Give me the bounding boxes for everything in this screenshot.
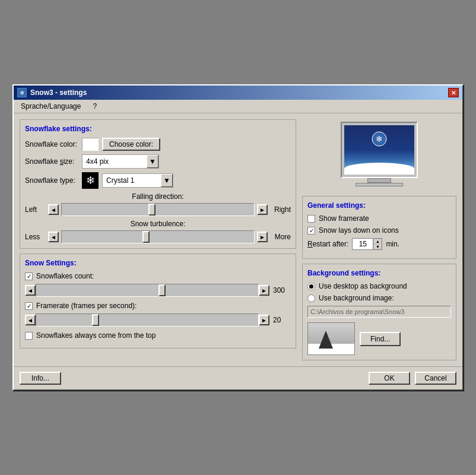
menu-help[interactable]: ? <box>90 101 99 112</box>
snowflakes-count-value: 300 <box>273 286 291 294</box>
framerate-row: Framerate (frames per second): <box>25 302 291 310</box>
bottom-bar: Info... OK Cancel <box>14 366 462 390</box>
spinbox-arrows: ▲ ▼ <box>373 238 382 250</box>
falling-right-label: Right <box>270 205 291 214</box>
framerate-slider-track[interactable] <box>36 314 259 327</box>
turbulence-less-label: Less <box>25 233 46 241</box>
monitor-frame: ❄ <box>341 122 418 178</box>
snow-lays-checkbox[interactable] <box>307 227 315 235</box>
main-content: Snowflake settings: Snowflake color: Cho… <box>14 113 462 366</box>
monitor-base <box>356 183 403 186</box>
falling-slider-thumb[interactable] <box>148 204 156 216</box>
use-desktop-row: Use desktop as background <box>307 282 451 290</box>
background-settings-title: Background settings: <box>307 269 451 277</box>
snowflake-color-row: Snowflake color: Choose color: <box>25 138 291 151</box>
window-icon: ❄ <box>17 88 27 97</box>
restart-label: Restart after: <box>307 240 348 248</box>
monitor-wrap: ❄ <box>341 122 418 186</box>
find-button[interactable]: Find... <box>360 332 401 346</box>
framerate-value: 20 <box>273 316 291 324</box>
bg-image-row: Find... <box>307 322 451 355</box>
falling-right-btn[interactable]: ► <box>257 204 268 215</box>
right-panel: ❄ General settings: Show framerate <box>302 119 456 360</box>
count-right-btn[interactable]: ► <box>259 285 269 296</box>
use-image-radio[interactable] <box>307 294 315 302</box>
path-input[interactable] <box>307 306 451 318</box>
turbulence-section: Snow turbulence: Less ◄ ► More <box>25 220 291 243</box>
snowflake-size-label: Snowflake size: <box>25 157 78 166</box>
snowflake-size-row: Snowflake size: 4x4 pix ▼ <box>25 154 291 169</box>
framerate-left-btn[interactable]: ◄ <box>25 315 36 325</box>
color-preview-box[interactable] <box>82 138 99 151</box>
bg-thumbnail <box>307 322 355 355</box>
tree-icon <box>319 331 333 349</box>
main-window: ❄ Snow3 - settings ✕ Sprache/Language ? … <box>12 84 464 391</box>
snowflakes-count-checkbox[interactable] <box>25 273 33 280</box>
choose-color-button[interactable]: Choose color: <box>102 138 160 151</box>
snowflake-type-row: Snowflake type: ❄ Crystal 1 ▼ <box>25 172 291 189</box>
count-slider-track[interactable] <box>36 284 259 297</box>
type-select-arrow[interactable]: ▼ <box>161 174 173 187</box>
use-image-row: Use background image: <box>307 294 451 302</box>
count-slider-thumb[interactable] <box>158 284 166 296</box>
info-button[interactable]: Info... <box>20 372 61 385</box>
spin-up-btn[interactable]: ▲ <box>373 239 382 244</box>
falling-slider-track[interactable] <box>61 203 255 216</box>
always-top-row: Snowflakes always come from the top <box>25 331 291 340</box>
svg-text:❄: ❄ <box>376 134 383 144</box>
turbulence-slider: Less ◄ ► More <box>25 230 291 243</box>
snowflakes-count-slider-row: ◄ ► 300 <box>25 284 291 297</box>
turbulence-slider-thumb[interactable] <box>142 231 150 243</box>
snow-lays-row: Snow lays down on icons <box>307 226 451 235</box>
always-top-label: Snowflakes always come from the top <box>36 331 156 340</box>
always-top-checkbox[interactable] <box>25 332 33 340</box>
turbulence-right-btn[interactable]: ► <box>257 232 268 242</box>
restart-spinbox: 15 ▲ ▼ <box>352 238 382 250</box>
framerate-slider-thumb[interactable] <box>92 314 99 326</box>
preview-section: ❄ <box>302 122 456 186</box>
use-desktop-radio[interactable] <box>307 283 315 290</box>
framerate-slider-row: ◄ ► 20 <box>25 314 291 327</box>
use-desktop-label: Use desktop as background <box>319 282 407 290</box>
type-select-value: Crystal 1 <box>103 175 161 186</box>
restart-unit: min. <box>386 240 399 248</box>
monitor-logo: ❄ <box>370 130 388 149</box>
cancel-button[interactable]: Cancel <box>415 372 456 385</box>
general-settings-title: General settings: <box>307 201 451 210</box>
ok-cancel-buttons: OK Cancel <box>369 372 456 385</box>
turbulence-slider-track[interactable] <box>61 230 255 243</box>
restart-row: Restart after: 15 ▲ ▼ min. <box>307 238 451 250</box>
falling-direction-section: Falling direction: Left ◄ ► Right <box>25 192 291 216</box>
size-select-arrow[interactable]: ▼ <box>147 155 158 168</box>
falling-left-btn[interactable]: ◄ <box>48 204 59 215</box>
ok-button[interactable]: OK <box>369 372 410 385</box>
turbulence-left-btn[interactable]: ◄ <box>48 232 59 242</box>
window-title: Snow3 - settings <box>30 88 87 97</box>
monitor-neck <box>367 178 391 183</box>
spin-down-btn[interactable]: ▼ <box>373 244 382 249</box>
use-image-label: Use background image: <box>319 294 394 302</box>
snowflakes-count-label: Snowflakes count: <box>36 272 94 280</box>
left-panel: Snowflake settings: Snowflake color: Cho… <box>20 119 296 360</box>
show-framerate-label: Show framerate <box>319 214 369 223</box>
restart-input[interactable]: 15 <box>352 238 373 250</box>
menu-language[interactable]: Sprache/Language <box>18 101 83 112</box>
monitor-screen: ❄ <box>344 125 414 175</box>
turbulence-more-label: More <box>270 233 291 241</box>
falling-left-label: Left <box>25 205 46 214</box>
size-select-value: 4x4 pix <box>82 156 147 167</box>
falling-direction-slider: Left ◄ ► Right <box>25 203 291 216</box>
falling-direction-label: Falling direction: <box>25 192 291 201</box>
close-button[interactable]: ✕ <box>448 88 459 97</box>
snow-settings-group: Snow Settings: Snowflakes count: ◄ ► 300 <box>20 254 296 349</box>
framerate-right-btn[interactable]: ► <box>259 315 269 325</box>
snowflake-type-label: Snowflake type: <box>25 176 78 185</box>
count-left-btn[interactable]: ◄ <box>25 285 36 296</box>
snow-lays-label: Snow lays down on icons <box>319 226 399 235</box>
show-framerate-checkbox[interactable] <box>307 215 315 223</box>
snowflake-color-label: Snowflake color: <box>25 140 78 148</box>
framerate-checkbox[interactable] <box>25 302 33 310</box>
snowflake-icon: ❄ <box>82 172 99 189</box>
snow-hill <box>344 163 414 175</box>
turbulence-label: Snow turbulence: <box>25 220 291 228</box>
